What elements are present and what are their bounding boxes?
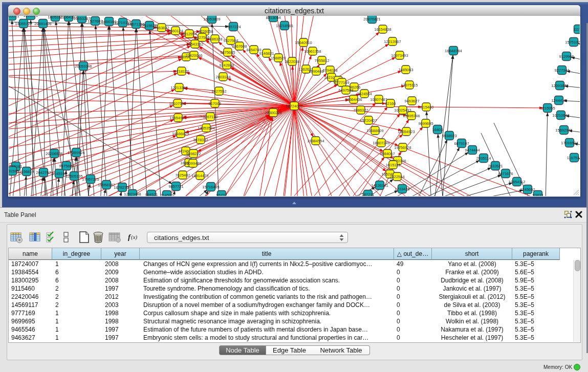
svg-text:7986322: 7986322: [353, 108, 368, 113]
svg-text:19654923: 19654923: [169, 116, 186, 120]
svg-text:20206576: 20206576: [46, 151, 62, 156]
svg-text:12213967: 12213967: [384, 39, 401, 44]
svg-text:16914479: 16914479: [191, 173, 208, 178]
svg-text:7632621: 7632621: [488, 164, 503, 168]
svg-text:9975887: 9975887: [59, 164, 74, 168]
svg-text:8427552: 8427552: [211, 89, 226, 94]
svg-text:13353594: 13353594: [198, 126, 214, 130]
svg-text:17957225: 17957225: [82, 177, 99, 182]
svg-text:3678332: 3678332: [193, 138, 208, 142]
svg-text:(x): (x): [131, 234, 138, 240]
svg-text:1244415: 1244415: [551, 98, 566, 103]
svg-text:6879197: 6879197: [454, 141, 469, 146]
svg-text:9084067: 9084067: [380, 151, 395, 156]
svg-text:7357224: 7357224: [226, 25, 241, 29]
svg-text:5875685: 5875685: [220, 50, 235, 55]
svg-text:16782759: 16782759: [114, 185, 130, 190]
svg-text:1527602: 1527602: [88, 19, 102, 24]
svg-text:5938923: 5938923: [442, 134, 456, 138]
svg-text:23420046: 23420046: [185, 53, 202, 58]
svg-text:15716485: 15716485: [202, 185, 219, 189]
svg-text:16403: 16403: [432, 127, 443, 132]
svg-text:8186328: 8186328: [207, 37, 222, 41]
svg-text:62160: 62160: [385, 101, 396, 106]
svg-text:8990448: 8990448: [309, 69, 323, 74]
svg-text:16154838: 16154838: [374, 27, 391, 32]
svg-text:10688609: 10688609: [366, 128, 383, 133]
svg-text:1156819: 1156819: [19, 169, 34, 174]
svg-text:9474444: 9474444: [465, 148, 480, 152]
svg-text:15640910: 15640910: [295, 40, 312, 45]
svg-text:20053346: 20053346: [75, 64, 92, 69]
svg-text:1167534: 1167534: [567, 156, 580, 160]
svg-text:9129966: 9129966: [559, 54, 574, 59]
svg-text:19654923: 19654923: [398, 129, 415, 134]
svg-text:9146821: 9146821: [259, 51, 274, 56]
svg-text:8813054: 8813054: [266, 16, 280, 20]
svg-text:16648784: 16648784: [445, 49, 462, 53]
svg-text:9245652: 9245652: [520, 187, 535, 192]
svg-text:187211: 187211: [362, 192, 374, 196]
svg-text:2867608: 2867608: [232, 44, 247, 49]
svg-text:19166829: 19166829: [172, 132, 189, 136]
svg-text:1615112: 1615112: [386, 163, 401, 167]
svg-text:10210643: 10210643: [552, 113, 569, 118]
svg-text:19756928: 19756928: [394, 145, 411, 150]
svg-text:16099489: 16099489: [184, 161, 201, 166]
svg-text:9699695: 9699695: [418, 121, 433, 126]
svg-text:1145194: 1145194: [52, 171, 67, 176]
svg-text:9242848: 9242848: [219, 63, 234, 68]
svg-text:18724007: 18724007: [286, 104, 302, 108]
svg-text:7955812: 7955812: [314, 58, 329, 63]
svg-text:25300203: 25300203: [265, 111, 281, 115]
svg-text:9227342: 9227342: [554, 68, 569, 73]
svg-text:3267130: 3267130: [203, 115, 217, 119]
svg-text:2935114: 2935114: [476, 156, 491, 161]
svg-text:8471676: 8471676: [498, 171, 513, 176]
svg-text:1905572: 1905572: [23, 16, 38, 18]
svg-text:214501: 214501: [160, 193, 173, 196]
svg-text:15495746: 15495746: [403, 114, 420, 118]
svg-text:3624554: 3624554: [357, 92, 372, 96]
svg-text:2522544: 2522544: [389, 174, 404, 179]
svg-text:2718126: 2718126: [174, 69, 189, 74]
svg-text:19218586: 19218586: [276, 24, 293, 28]
svg-text:18807249: 18807249: [373, 141, 389, 145]
svg-text:95732: 95732: [216, 193, 227, 196]
svg-text:10654112: 10654112: [509, 180, 526, 184]
svg-text:7663822: 7663822: [154, 26, 169, 30]
svg-text:10973493: 10973493: [391, 53, 408, 58]
svg-text:6794028: 6794028: [322, 68, 337, 73]
svg-text:16543362: 16543362: [186, 42, 203, 47]
svg-text:3215955: 3215955: [540, 106, 555, 111]
svg-text:3822038: 3822038: [285, 59, 299, 64]
svg-text:12226058: 12226058: [196, 29, 213, 34]
svg-text:19384554: 19384554: [307, 139, 324, 143]
svg-text:15692971: 15692971: [555, 128, 572, 133]
svg-text:20364436: 20364436: [345, 97, 362, 102]
svg-text:917006: 917006: [208, 101, 221, 106]
svg-text:14136141: 14136141: [371, 183, 388, 188]
svg-text:20691406: 20691406: [34, 21, 51, 26]
svg-text:17359924: 17359924: [68, 150, 84, 155]
svg-text:12505135: 12505135: [66, 174, 82, 179]
svg-text:2803144: 2803144: [215, 75, 230, 79]
svg-text:6497568: 6497568: [338, 88, 353, 93]
svg-text:984521: 984521: [145, 192, 158, 196]
svg-text:1588520: 1588520: [271, 56, 286, 60]
svg-text:10961758: 10961758: [304, 49, 321, 54]
svg-text:9463627: 9463627: [404, 99, 419, 103]
svg-text:15751074: 15751074: [565, 40, 580, 45]
svg-text:12093873: 12093873: [551, 83, 568, 88]
svg-text:12923448: 12923448: [124, 192, 141, 196]
svg-text:17975115: 17975115: [401, 83, 418, 87]
svg-text:9777169: 9777169: [334, 80, 349, 85]
svg-text:14055712: 14055712: [15, 21, 32, 26]
svg-text:16053809: 16053809: [203, 17, 220, 21]
svg-text:2305571: 2305571: [9, 16, 19, 18]
svg-text:9115460: 9115460: [419, 105, 434, 110]
svg-text:391593: 391593: [9, 169, 19, 173]
svg-text:20876821: 20876821: [363, 17, 380, 21]
svg-text:11174: 11174: [573, 27, 580, 32]
svg-text:9498222: 9498222: [186, 151, 201, 156]
